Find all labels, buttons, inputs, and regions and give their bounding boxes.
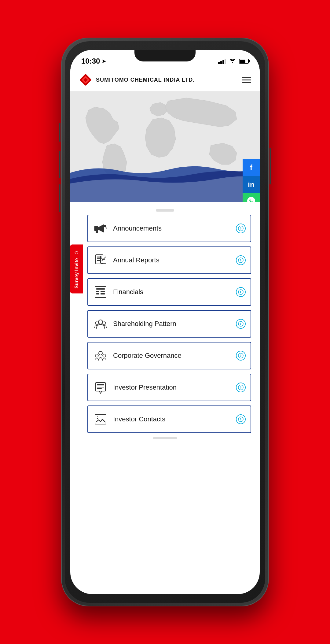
- facebook-button[interactable]: f: [243, 159, 260, 176]
- status-time: 10:30 ➤: [81, 57, 106, 65]
- volume-up-button: [59, 151, 61, 178]
- linkedin-icon: in: [248, 180, 254, 189]
- app-header: SUMITOMO CHEMICAL INDIA LTD.: [70, 68, 260, 92]
- menu-item-annual-reports[interactable]: Annual Reports: [87, 246, 251, 274]
- presentation-arrow-icon: [236, 383, 246, 392]
- svg-rect-5: [96, 231, 98, 233]
- main-content: Survey Invite ☺: [70, 202, 260, 446]
- contacts-arrow-icon: [236, 414, 246, 424]
- svg-rect-33: [97, 386, 104, 386]
- company-logo: [79, 73, 92, 87]
- survey-smile-icon: ☺: [73, 250, 80, 256]
- svg-point-27: [99, 351, 102, 355]
- financials-icon: [93, 284, 108, 300]
- svg-rect-34: [97, 387, 104, 387]
- battery-icon: [239, 59, 249, 64]
- svg-rect-17: [96, 288, 105, 290]
- svg-rect-37: [95, 414, 106, 424]
- svg-rect-13: [102, 258, 105, 258]
- shareholding-icon: [93, 316, 108, 331]
- volume-down-button: [59, 184, 61, 212]
- svg-rect-14: [102, 259, 105, 260]
- bottom-scroll-indicator: [153, 437, 177, 439]
- governance-icon: [93, 348, 108, 363]
- social-icons-group: f in: [243, 159, 260, 202]
- presentation-icon: [93, 380, 108, 395]
- corporate-governance-label: Corporate Governance: [113, 352, 231, 360]
- svg-point-28: [95, 354, 98, 357]
- annual-reports-icon: [93, 253, 108, 268]
- svg-point-29: [103, 354, 106, 357]
- svg-rect-4: [94, 226, 98, 231]
- svg-rect-9: [97, 257, 102, 257]
- scroll-indicator: [156, 209, 174, 212]
- svg-point-25: [103, 322, 106, 325]
- hero-banner: f in: [70, 92, 260, 202]
- power-button: [270, 148, 271, 184]
- svg-rect-35: [97, 388, 102, 389]
- signal-strength-icon: [218, 58, 226, 64]
- survey-invite-tab[interactable]: Survey Invite ☺: [70, 245, 83, 294]
- facebook-icon: f: [250, 163, 252, 172]
- svg-rect-10: [97, 258, 102, 259]
- menu-item-investor-contacts[interactable]: Investor Contacts: [87, 405, 251, 433]
- volume-silent-button: [59, 123, 61, 142]
- menu-item-shareholding-pattern[interactable]: Shareholding Pattern: [87, 310, 251, 338]
- whatsapp-button[interactable]: [243, 193, 260, 202]
- menu-item-investor-presentation[interactable]: Investor Presentation: [87, 374, 251, 401]
- svg-rect-32: [97, 384, 104, 385]
- investor-presentation-label: Investor Presentation: [113, 383, 231, 391]
- whatsapp-icon: [247, 196, 256, 202]
- governance-arrow-icon: [236, 351, 246, 361]
- status-icons: [218, 58, 249, 65]
- financials-arrow-icon: [236, 287, 246, 297]
- announcements-icon: [93, 221, 108, 236]
- svg-rect-21: [101, 293, 105, 294]
- svg-point-23: [98, 320, 103, 324]
- time-display: 10:30: [81, 57, 100, 65]
- svg-rect-20: [101, 291, 105, 292]
- svg-point-24: [95, 322, 98, 325]
- menu-item-financials[interactable]: Financials: [87, 278, 251, 306]
- annual-reports-label: Annual Reports: [113, 256, 231, 264]
- svg-rect-19: [96, 293, 99, 294]
- menu-list: Announcements: [79, 215, 251, 433]
- financials-label: Financials: [113, 288, 231, 296]
- logo-area: SUMITOMO CHEMICAL INDIA LTD.: [79, 73, 195, 87]
- phone-device: 10:30 ➤: [61, 38, 269, 606]
- menu-item-announcements[interactable]: Announcements: [87, 215, 251, 242]
- wifi-icon: [229, 58, 236, 65]
- svg-rect-18: [96, 291, 99, 292]
- announcements-label: Announcements: [113, 224, 231, 232]
- survey-invite-label: Survey Invite: [74, 258, 79, 289]
- company-name: SUMITOMO CHEMICAL INDIA LTD.: [96, 77, 195, 83]
- investor-contacts-label: Investor Contacts: [113, 415, 231, 423]
- shareholding-arrow-icon: [236, 319, 246, 329]
- announcements-arrow-icon: [236, 224, 246, 233]
- hamburger-menu-button[interactable]: [242, 77, 251, 83]
- location-arrow-icon: ➤: [102, 58, 106, 64]
- shareholding-label: Shareholding Pattern: [113, 320, 231, 328]
- page-wrapper: 10:30 ➤: [0, 0, 330, 644]
- phone-notch: [134, 50, 196, 61]
- phone-screen: 10:30 ➤: [70, 50, 260, 594]
- contacts-icon: [93, 412, 108, 427]
- svg-rect-11: [97, 260, 100, 261]
- annual-reports-arrow-icon: [236, 255, 246, 265]
- linkedin-button[interactable]: in: [243, 176, 260, 193]
- menu-item-corporate-governance[interactable]: Corporate Governance: [87, 342, 251, 369]
